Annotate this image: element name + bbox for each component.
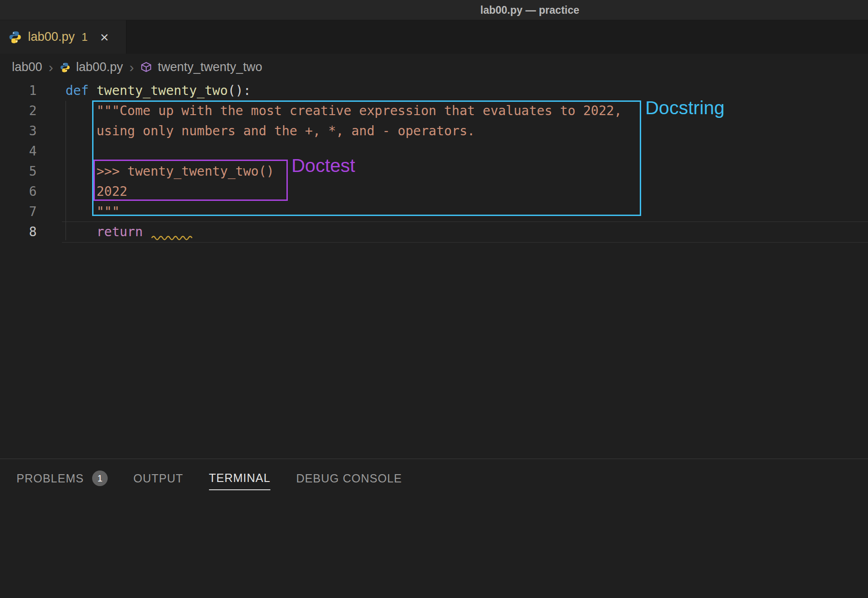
keyword-return: return [66, 224, 150, 239]
tab-debug-console-label: DEBUG CONSOLE [296, 472, 402, 485]
code-text: return [66, 222, 197, 242]
tab-problems-label: PROBLEMS [16, 472, 84, 485]
breadcrumb-item-symbol[interactable]: twenty_twenty_two [158, 60, 262, 74]
tab-terminal[interactable]: TERMINAL [209, 471, 270, 490]
tab-debug-console[interactable]: DEBUG CONSOLE [296, 472, 402, 490]
panel-tab-bar: PROBLEMS 1 OUTPUT TERMINAL DEBUG CONSOLE [0, 459, 868, 492]
python-icon [60, 62, 71, 73]
docstring-text: """ [66, 202, 120, 222]
breadcrumb-item-file[interactable]: lab00.py [76, 60, 123, 74]
docstring-text: """Come up with the most creative expres… [66, 101, 622, 121]
chevron-right-icon: › [128, 60, 135, 75]
tab-problems[interactable]: PROBLEMS 1 [16, 471, 108, 491]
tab-problem-count: 1 [82, 31, 88, 44]
vscode-window: lab00.py — practice lab00.py 1 × lab00 › [0, 0, 868, 598]
docstring-text: using only numbers and the +, *, and - o… [66, 121, 475, 141]
line-number: 3 [0, 121, 37, 141]
breadcrumb: lab00 › lab00.py › twenty_twenty_two [0, 54, 868, 81]
line-number: 7 [0, 202, 37, 222]
code-line-5[interactable]: 5 >>> twenty_twenty_two() [0, 161, 868, 182]
breadcrumb-item-folder[interactable]: lab00 [12, 60, 42, 74]
line-number: 5 [0, 161, 37, 182]
code-line-1[interactable]: 1 def twenty_twenty_two(): [0, 81, 868, 101]
tab-terminal-label: TERMINAL [209, 471, 270, 485]
function-name: twenty_twenty_two [96, 83, 228, 98]
line-number: 1 [0, 81, 37, 101]
chevron-right-icon: › [48, 60, 54, 75]
code-line-7[interactable]: 7 """ [0, 202, 868, 222]
warning-squiggle-icon [151, 235, 197, 240]
tab-output[interactable]: OUTPUT [133, 472, 183, 490]
code-editor[interactable]: 1 def twenty_twenty_two(): 2 """Come up … [0, 81, 868, 242]
bottom-panel: PROBLEMS 1 OUTPUT TERMINAL DEBUG CONSOLE… [0, 459, 868, 598]
indent-guide [66, 101, 66, 240]
tab-strip: lab00.py 1 × [0, 20, 868, 54]
punctuation: (): [228, 83, 251, 98]
doctest-annotation-label: Doctest [291, 155, 355, 177]
doctest-text: >>> twenty_twenty_two() [66, 161, 274, 182]
symbol-method-icon [140, 61, 152, 73]
docstring-annotation-label: Docstring [645, 97, 725, 119]
line-number: 6 [0, 182, 37, 202]
problems-count-badge: 1 [92, 471, 108, 486]
code-line-6[interactable]: 6 2022 [0, 182, 868, 202]
line-number: 8 [0, 222, 37, 242]
code-line-8[interactable]: 8 return [0, 222, 868, 242]
keyword-def: def [66, 83, 96, 98]
window-title: lab00.py — practice [480, 4, 579, 16]
tab-close-icon[interactable]: × [100, 30, 109, 44]
code-line-3[interactable]: 3 using only numbers and the +, *, and -… [0, 121, 868, 141]
code-text: def twenty_twenty_two(): [66, 81, 251, 101]
tab-output-label: OUTPUT [133, 472, 183, 485]
code-line-4[interactable]: 4 [0, 141, 868, 161]
doctest-text: 2022 [66, 182, 127, 202]
editor-tab-lab00[interactable]: lab00.py 1 × [0, 20, 126, 54]
code-line-2[interactable]: 2 """Come up with the most creative expr… [0, 101, 868, 121]
python-icon [8, 30, 22, 44]
tab-filename: lab00.py [28, 30, 75, 44]
titlebar: lab00.py — practice [0, 0, 868, 20]
line-number: 2 [0, 101, 37, 121]
line-number: 4 [0, 141, 37, 161]
